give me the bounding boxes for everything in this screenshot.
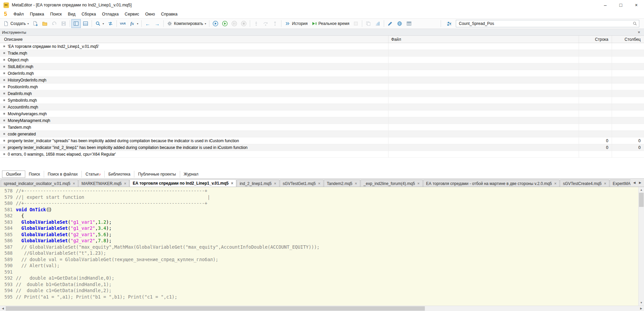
line-number[interactable]: 578 bbox=[0, 188, 15, 194]
close-tools-panel-icon[interactable]: × bbox=[636, 30, 642, 35]
column-description[interactable]: Описание bbox=[0, 36, 388, 43]
table-row[interactable]: SymbolInfo.mqh bbox=[0, 97, 644, 104]
file-tab-3[interactable]: ind_2_linep1.mq5× bbox=[237, 180, 279, 187]
line-number[interactable]: 592 bbox=[0, 275, 15, 281]
vertical-scroll-track[interactable] bbox=[639, 207, 644, 300]
scroll-tabs-right-icon[interactable]: ▶ bbox=[638, 181, 643, 184]
step-into-button[interactable] bbox=[251, 19, 261, 28]
code-line[interactable]: 591 bbox=[0, 269, 638, 275]
file-tab-0[interactable]: spread_indicator_oscillator_v.01.mq5× bbox=[1, 180, 78, 187]
column-line[interactable]: Строка bbox=[579, 36, 612, 43]
line-number[interactable]: 585 bbox=[0, 231, 15, 238]
table-row[interactable]: AccountInfo.mqh bbox=[0, 104, 644, 111]
insert-variable-button[interactable]: VAR bbox=[118, 19, 128, 28]
table-row[interactable]: property tester_indicator "ind_2_linep1"… bbox=[0, 144, 644, 151]
menu-item-7[interactable]: Окно bbox=[142, 11, 158, 18]
line-number[interactable]: 593 bbox=[0, 281, 15, 288]
line-number[interactable]: 590 bbox=[0, 262, 15, 269]
scroll-right-icon[interactable]: ▶ bbox=[638, 306, 644, 311]
insert-function-button[interactable]: fx▾ bbox=[128, 19, 140, 28]
line-number[interactable]: 594 bbox=[0, 287, 15, 294]
code-line[interactable]: 582 { bbox=[0, 213, 638, 219]
menu-item-4[interactable]: Сборка bbox=[78, 11, 99, 18]
navigate-back-button[interactable]: ← bbox=[143, 19, 152, 28]
close-tab-icon[interactable]: × bbox=[318, 182, 320, 186]
save-button[interactable] bbox=[59, 19, 68, 28]
realtime-button[interactable]: Реальное время bbox=[309, 19, 351, 28]
column-col[interactable]: Столбец bbox=[612, 36, 644, 43]
compare-files-button[interactable] bbox=[106, 19, 115, 28]
tools-tab-3[interactable]: Статьи7 bbox=[82, 171, 105, 178]
create-button[interactable]: Создать▾ bbox=[1, 19, 31, 28]
table-row[interactable]: DealInfo.mqh bbox=[0, 90, 644, 97]
file-tab-2[interactable]: ЕА торговля спредами по Ind2_Linep1_v.01… bbox=[130, 179, 236, 187]
code-line[interactable]: 585 GlobalVariableSet("g2_var1",5.6); bbox=[0, 231, 638, 238]
search-options-button[interactable] bbox=[444, 19, 454, 28]
file-tab-4[interactable]: sGVTestGet1.mq5× bbox=[280, 180, 324, 187]
toggle-navigator-button[interactable] bbox=[71, 19, 81, 28]
navigate-forward-button[interactable]: → bbox=[152, 19, 162, 28]
file-tab-5[interactable]: Tandem2.mq5× bbox=[324, 180, 360, 187]
close-tab-icon[interactable]: × bbox=[554, 182, 556, 186]
tools-tab-4[interactable]: Библиотека bbox=[105, 171, 134, 178]
line-number[interactable]: 588 bbox=[0, 250, 15, 256]
horizontal-scroll-thumb[interactable] bbox=[6, 306, 425, 311]
step-over-button[interactable] bbox=[261, 19, 270, 28]
code-line[interactable]: 581void OnTick() bbox=[0, 207, 638, 213]
table-row[interactable]: PositionInfo.mqh bbox=[0, 84, 644, 90]
community-button[interactable] bbox=[395, 19, 404, 28]
code-line[interactable]: 590 // Alert(val); bbox=[0, 262, 638, 269]
tools-tab-2[interactable]: Поиск в файлах bbox=[44, 171, 82, 178]
menu-item-5[interactable]: Отладка bbox=[99, 11, 122, 18]
history-button[interactable]: История bbox=[283, 19, 309, 28]
code-line[interactable]: 583 GlobalVariableSet("g1_var1",1.2); bbox=[0, 219, 638, 225]
pause-debug-button[interactable] bbox=[230, 19, 239, 28]
code-line[interactable]: 595// Print("a1 = ",a1); Print("b1 = ",b… bbox=[0, 294, 638, 300]
file-tab-6[interactable]: _exp_ind2line_forum(4).mq5× bbox=[361, 180, 423, 187]
file-tab-7[interactable]: ЕА торговля спредами - отбой на мартине … bbox=[423, 180, 560, 187]
line-number[interactable]: 586 bbox=[0, 238, 15, 244]
table-row[interactable]: 0 errors, 0 warnings, 1658 msec elapsed,… bbox=[0, 151, 644, 158]
new-window-button[interactable] bbox=[31, 19, 40, 28]
table-row[interactable]: OrderInfo.mqh bbox=[0, 70, 644, 77]
scroll-tabs-left-icon[interactable]: ◀ bbox=[632, 181, 637, 184]
code-line[interactable]: 579//| expert start function | bbox=[0, 194, 638, 200]
start-debug-history-button[interactable] bbox=[220, 19, 230, 28]
tools-tab-5[interactable]: Публичные проекты bbox=[134, 171, 180, 178]
line-number[interactable]: 583 bbox=[0, 219, 15, 225]
table-row[interactable]: code generated bbox=[0, 131, 644, 137]
stop-debug-button[interactable] bbox=[239, 19, 248, 28]
table-row[interactable]: Object.mqh bbox=[0, 57, 644, 63]
menu-item-1[interactable]: Правка bbox=[27, 11, 47, 18]
file-tab-9[interactable]: ExpertMACD.mq5 bbox=[610, 180, 631, 187]
step-out-button[interactable] bbox=[270, 19, 280, 28]
profiler-button[interactable] bbox=[351, 19, 361, 28]
line-number[interactable]: 581 bbox=[0, 207, 15, 213]
close-tab-icon[interactable]: × bbox=[417, 182, 420, 186]
menu-item-0[interactable]: Файл bbox=[10, 11, 27, 18]
file-tab-1[interactable]: MARKETMAKER.mq5× bbox=[78, 180, 129, 187]
search-input[interactable] bbox=[456, 20, 639, 27]
open-file-button[interactable] bbox=[40, 19, 49, 28]
line-number[interactable]: 587 bbox=[0, 244, 15, 250]
vertical-scroll-thumb[interactable] bbox=[639, 193, 644, 207]
line-number[interactable]: 589 bbox=[0, 256, 15, 263]
undo-button[interactable] bbox=[49, 19, 59, 28]
code-line[interactable]: 594// double c1=GetData(indHandle,2); bbox=[0, 287, 638, 294]
close-tab-icon[interactable]: × bbox=[604, 182, 606, 186]
maximize-button[interactable]: □ bbox=[613, 0, 629, 10]
close-tab-icon[interactable]: × bbox=[274, 182, 276, 186]
code-line[interactable]: 592// double a1=GetData(indHandle,0); bbox=[0, 275, 638, 281]
close-tab-icon[interactable]: × bbox=[124, 182, 126, 186]
table-row[interactable]: Trade.mqh bbox=[0, 50, 644, 57]
code-line[interactable]: 584 GlobalVariableSet("g1_var2",3.4); bbox=[0, 225, 638, 231]
scroll-left-icon[interactable]: ◀ bbox=[0, 306, 6, 311]
tools-tab-6[interactable]: Журнал bbox=[180, 171, 202, 178]
horizontal-scroll-track[interactable] bbox=[425, 306, 638, 311]
line-number[interactable]: 579 bbox=[0, 194, 15, 200]
close-button[interactable]: × bbox=[629, 0, 644, 10]
menu-item-3[interactable]: Вид bbox=[65, 11, 79, 18]
code-line[interactable]: 580//+----------------------------------… bbox=[0, 200, 638, 207]
close-tab-icon[interactable]: × bbox=[231, 181, 233, 185]
compile-button[interactable]: Компилировать▾ bbox=[165, 19, 208, 28]
